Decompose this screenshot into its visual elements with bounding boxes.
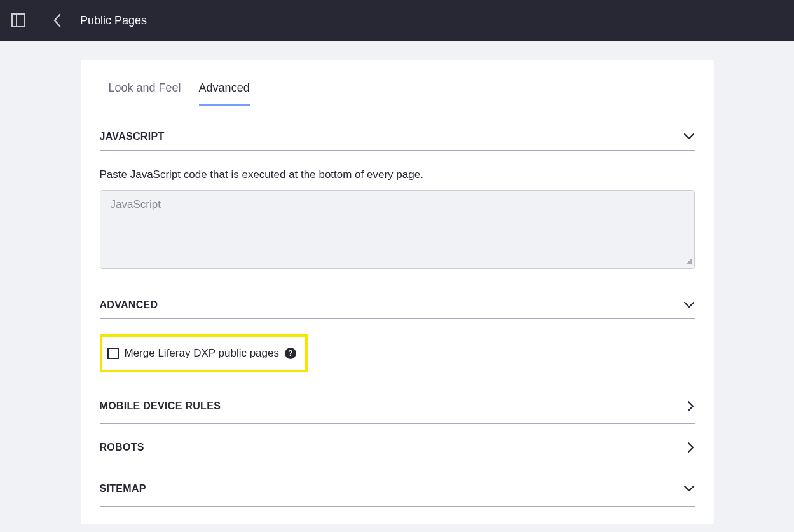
section-header-robots[interactable]: ROBOTS [100,442,695,465]
merge-pages-checkbox[interactable] [107,348,119,359]
section-header-mobile[interactable]: MOBILE DEVICE RULES [100,400,695,424]
page-title: Public Pages [80,14,147,27]
section-sitemap: SITEMAP [100,483,695,507]
main-area: Look and Feel Advanced JAVASCRIPT Paste … [0,41,794,524]
tab-look-and-feel[interactable]: Look and Feel [109,78,181,106]
merge-pages-highlight: Merge Liferay DXP public pages ? [100,334,308,372]
section-header-javascript[interactable]: JAVASCRIPT [100,131,695,151]
javascript-textarea[interactable] [100,190,695,269]
chevron-down-icon [683,485,695,493]
section-robots: ROBOTS [100,442,695,465]
section-body-javascript: Paste JavaScript code that is executed a… [100,151,695,271]
section-title: MOBILE DEVICE RULES [100,400,221,412]
section-title: ROBOTS [100,442,144,453]
section-header-sitemap[interactable]: SITEMAP [100,483,695,507]
section-javascript: JAVASCRIPT Paste JavaScript code that is… [100,131,695,271]
chevron-down-icon [683,301,695,309]
tabs: Look and Feel Advanced [100,78,695,106]
tab-advanced[interactable]: Advanced [199,78,250,106]
panel: Look and Feel Advanced JAVASCRIPT Paste … [81,60,714,524]
panel-toggle-icon[interactable] [11,13,25,27]
chevron-right-icon [687,442,695,453]
section-mobile-device-rules: MOBILE DEVICE RULES [100,400,695,424]
topbar: Public Pages [0,0,794,41]
javascript-description: Paste JavaScript code that is executed a… [100,168,695,181]
section-title: SITEMAP [100,483,146,494]
chevron-right-icon [687,400,695,412]
section-header-advanced[interactable]: ADVANCED [100,299,695,319]
section-title: JAVASCRIPT [100,131,165,142]
merge-pages-label: Merge Liferay DXP public pages [125,347,280,360]
chevron-down-icon [683,133,695,140]
section-title: ADVANCED [100,299,158,311]
help-icon[interactable]: ? [285,348,296,359]
section-body-advanced: Merge Liferay DXP public pages ? [100,319,695,372]
section-advanced: ADVANCED Merge Liferay DXP public pages … [100,299,695,372]
back-button[interactable] [48,11,66,29]
